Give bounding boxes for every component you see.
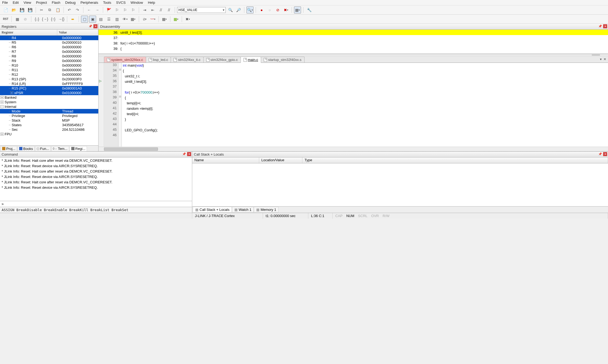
copy-icon[interactable]: ⧉ (46, 6, 53, 13)
editor-tab[interactable]: main.c (241, 57, 261, 63)
bookmark-next-icon[interactable]: ⚐ (121, 6, 129, 13)
new-file-icon[interactable]: 📄 (2, 6, 9, 13)
col-type[interactable]: Type (302, 157, 608, 163)
register-row[interactable]: ····R60x00000000 (0, 45, 98, 49)
callstack-window-icon[interactable]: ▥ (113, 16, 120, 23)
breakpoint-icon[interactable]: ● (258, 6, 265, 13)
run-icon[interactable]: ▦ (14, 16, 21, 23)
close-icon[interactable]: ✕ (603, 24, 607, 28)
step-in-icon[interactable]: {↓} (33, 16, 40, 23)
register-row[interactable]: -Internal (0, 104, 98, 109)
register-row[interactable]: ····R110x00000000 (0, 68, 98, 72)
col-location[interactable]: Location/Value (259, 157, 302, 163)
breakpoint-all-icon[interactable]: ✖ (282, 6, 289, 13)
pin-icon[interactable]: 📌 (182, 152, 186, 156)
menu-svcs[interactable]: SVCS (116, 1, 126, 5)
register-row[interactable]: ····States34359545617 (0, 123, 98, 127)
step-out-icon[interactable]: {↑} (50, 16, 57, 23)
show-next-icon[interactable]: ➨ (69, 16, 76, 23)
register-row[interactable]: ····R50x20000010 (0, 40, 98, 45)
reset-icon[interactable]: RST (2, 16, 9, 23)
disasm-window-icon[interactable]: ▣ (89, 16, 96, 23)
open-icon[interactable]: 📂 (10, 6, 17, 13)
register-row[interactable]: +Banked (0, 95, 98, 100)
uncomment-icon[interactable]: // (165, 6, 173, 13)
undo-icon[interactable]: ↶ (66, 6, 73, 13)
col-register[interactable]: Register (0, 30, 57, 35)
find-icon[interactable]: 🔍 (227, 6, 234, 13)
editor-tab[interactable]: startup_stm32f40xx.s (261, 57, 305, 63)
register-row[interactable]: ····R70x00000000 (0, 49, 98, 54)
find-files-icon[interactable]: 🔎 (235, 6, 242, 13)
pin-icon[interactable]: 📌 (89, 25, 92, 28)
close-icon[interactable]: ✕ (93, 24, 97, 28)
register-row[interactable]: ····R80x00000000 (0, 54, 98, 59)
redo-icon[interactable]: ↷ (74, 6, 81, 13)
run-to-cursor-icon[interactable]: →{} (58, 16, 65, 23)
breakpoint-disable-icon[interactable]: ○ (266, 6, 273, 13)
register-row[interactable]: ····R14 (LR)0xFFFFFFF9 (0, 81, 98, 86)
col-name[interactable]: Name (192, 157, 259, 163)
bottom-tab[interactable]: ▦Watch 1 (232, 207, 254, 212)
breakpoint-margin[interactable]: ▷ (99, 63, 104, 147)
register-row[interactable]: ····R90x00000000 (0, 59, 98, 63)
side-tab[interactable]: 0→Tem... (51, 146, 69, 151)
tab-close-icon[interactable]: ✕ (603, 57, 606, 61)
editor-tab[interactable]: stm32f4xx_gpio.c (203, 57, 241, 63)
outdent-icon[interactable]: ⇤ (149, 6, 156, 13)
nav-back-icon[interactable]: ← (86, 6, 93, 13)
nav-fwd-icon[interactable]: → (94, 6, 101, 13)
menu-tools[interactable]: Tools (103, 1, 111, 5)
step-over-icon[interactable]: {→} (42, 16, 49, 23)
save-all-icon[interactable]: 💾 (26, 6, 33, 13)
register-row[interactable]: ····Sec204.52110486 (0, 127, 98, 132)
side-tab[interactable]: Proj... (1, 146, 17, 151)
register-row[interactable]: +System (0, 100, 98, 104)
menu-file[interactable]: File (2, 1, 8, 5)
editor-tab[interactable]: bsp_led.c (146, 57, 171, 63)
register-row[interactable]: ····R120x00000000 (0, 72, 98, 77)
menu-project[interactable]: Project (36, 1, 47, 5)
editor-tab[interactable]: system_stm32f4xx.c (104, 57, 146, 63)
pin-icon[interactable]: 📌 (598, 25, 602, 28)
indent-icon[interactable]: ⇥ (141, 6, 148, 13)
side-tab[interactable]: { }Fun... (35, 146, 51, 151)
search-combo[interactable]: HSE_VALUE (177, 7, 226, 13)
tab-menu-icon[interactable]: ▾ (600, 57, 602, 61)
close-icon[interactable]: ✕ (603, 152, 607, 156)
bookmark-prev-icon[interactable]: ⚐ (113, 6, 120, 13)
callstack-body[interactable] (192, 163, 608, 206)
memory-window-icon[interactable]: ▦ (130, 16, 137, 23)
menu-debug[interactable]: Debug (65, 1, 76, 5)
side-tab[interactable]: Regi... (70, 146, 87, 151)
close-icon[interactable]: ✕ (187, 152, 191, 156)
bookmark-clear-icon[interactable]: ⚐ (130, 6, 137, 13)
menu-edit[interactable]: Edit (13, 1, 19, 5)
bottom-tab[interactable]: ▦Memory 1 (254, 207, 279, 212)
register-row[interactable]: ····R13 (SP)0x200003F0 (0, 77, 98, 81)
menu-peripherals[interactable]: Peripherals (80, 1, 98, 5)
trace-window-icon[interactable]: ▦ (161, 16, 168, 23)
paste-icon[interactable]: 📋 (54, 6, 61, 13)
h-scrollbar[interactable] (99, 147, 608, 151)
save-icon[interactable]: 💾 (18, 6, 25, 13)
register-row[interactable]: +FPU (0, 132, 98, 136)
register-row[interactable]: ····R100x00000000 (0, 63, 98, 68)
bookmark-icon[interactable]: 🚩 (105, 6, 112, 13)
breakpoint-kill-icon[interactable]: ⊘ (274, 6, 281, 13)
window-layout-icon[interactable]: ▦ (294, 6, 301, 13)
system-viewer-icon[interactable]: ▦ (173, 16, 180, 23)
code-editor[interactable]: int main(void){ uint32_t i; uint8_t test… (122, 63, 608, 147)
symbols-window-icon[interactable]: ▤ (97, 16, 104, 23)
menu-flash[interactable]: Flash (52, 1, 60, 5)
side-tab[interactable]: Books (18, 146, 35, 151)
command-input[interactable]: > (0, 201, 192, 207)
menu-view[interactable]: View (23, 1, 31, 5)
registers-list[interactable]: ····R40x00000000····R50x20000010····R60x… (0, 36, 98, 145)
splitter-grip[interactable] (592, 54, 600, 56)
bottom-tab[interactable]: ▦Call Stack + Locals (193, 207, 232, 212)
register-row[interactable]: ····R15 (PC)0x080001A0 (0, 86, 98, 91)
register-row[interactable]: +xPSR0x01000000 (0, 91, 98, 95)
editor-tab[interactable]: stm32f4xx_it.c (171, 57, 203, 63)
pin-icon[interactable]: 📌 (598, 152, 602, 156)
